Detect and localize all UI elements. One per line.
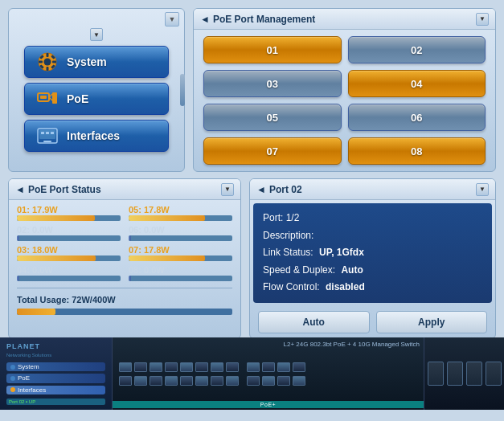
- port-06-status: 06: 0.0W: [129, 225, 232, 243]
- svg-rect-11: [40, 96, 47, 99]
- port-01-label: 01: 17.9W: [17, 205, 121, 215]
- hw-sfp-4: [486, 362, 502, 386]
- hw-port-2: [119, 376, 132, 386]
- hw-ports-area: L2+ 24G 802.3bt PoE + 4 10G Managed Swit…: [113, 356, 424, 392]
- hw-port-row-top: [119, 362, 417, 372]
- poe-status-panel: ◄ PoE Port Status ▼ 01: 17.9W: [8, 178, 241, 339]
- port-01-bar-bg: [17, 215, 121, 221]
- port-04-bar-bg: [17, 276, 121, 281]
- svg-rect-4: [39, 61, 43, 63]
- hw-port-15: [226, 362, 239, 372]
- poe-status-header: ◄ PoE Port Status ▼: [9, 179, 240, 200]
- hw-system-dot: [10, 365, 15, 370]
- port-06-bar-bg: [129, 235, 232, 241]
- port-detail-dropdown[interactable]: ▼: [476, 183, 489, 196]
- port-btn-05[interactable]: 05: [203, 104, 342, 131]
- port-05-status: 05: 17.8W: [129, 205, 232, 223]
- port-01-bar: [17, 215, 95, 221]
- flow-value: disabled: [326, 281, 365, 292]
- port-detail-arrow[interactable]: ◄: [256, 184, 266, 195]
- port-btn-04[interactable]: 04: [348, 70, 486, 97]
- port-08-bar: [129, 276, 131, 281]
- hw-port-21: [277, 362, 290, 372]
- port-link-status: Link Status: UP, 1Gfdx: [263, 244, 482, 262]
- port-grid: 01 02 03 04 05 06 07 08: [194, 30, 495, 171]
- svg-point-1: [44, 59, 51, 66]
- hw-port-13: [211, 362, 223, 372]
- hw-port-8: [165, 376, 178, 386]
- poe-mgmt-title: ◄ PoE Port Management: [200, 14, 315, 25]
- total-bar-fill: [17, 309, 55, 315]
- poe-management-panel: ◄ PoE Port Management ▼ 01 02 03 04 05 0…: [193, 8, 496, 172]
- poe-icon: [36, 88, 59, 110]
- gear-icon: [36, 51, 59, 73]
- apply-button[interactable]: Apply: [376, 311, 488, 333]
- auto-button[interactable]: Auto: [258, 311, 370, 333]
- hw-port-7: [165, 362, 178, 372]
- hw-port-3: [134, 362, 147, 372]
- poe-menu-btn[interactable]: PoE: [24, 83, 169, 115]
- svg-rect-18: [41, 132, 44, 134]
- port-04-bar: [17, 276, 19, 281]
- port-02-status: 02: 0.0W: [17, 225, 121, 243]
- port-05-label: 05: 17.8W: [129, 205, 232, 215]
- hw-interfaces-dot: [10, 387, 15, 392]
- main-area: ▼ System: [0, 0, 504, 337]
- hw-port-23: [293, 362, 305, 372]
- port-02-bar-bg: [17, 235, 121, 241]
- interfaces-menu-btn[interactable]: Interfaces: [24, 120, 169, 152]
- poe-label: PoE: [67, 92, 88, 105]
- hw-right-area: [424, 337, 504, 410]
- port-number: Port: 1/2: [263, 210, 482, 227]
- total-usage-label: Total Usage: 72W/400W: [17, 295, 116, 305]
- port-06-label: 06: 0.0W: [129, 225, 232, 235]
- hardware-bar: PLANET Networking Solutions System PoE I…: [0, 337, 504, 410]
- hw-port-19: [262, 362, 275, 372]
- menu-dropdown[interactable]: ▼: [90, 28, 103, 41]
- hw-label-strip: PoE+: [113, 401, 424, 408]
- poe-status-arrow[interactable]: ◄: [15, 184, 25, 195]
- hw-logo: PLANET: [6, 342, 105, 350]
- port-btn-01[interactable]: 01: [203, 36, 342, 63]
- hw-port-10: [180, 376, 193, 386]
- port-07-status: 07: 17.8W: [129, 245, 232, 263]
- port-detail-header: ◄ Port 02 ▼: [250, 179, 495, 200]
- top-row: ▼ System: [8, 8, 496, 172]
- port-btn-02[interactable]: 02: [348, 36, 486, 63]
- hw-menu-poe[interactable]: PoE: [6, 374, 105, 382]
- hw-model-label: L2+ 24G 802.3bt PoE + 4 10G Managed Swit…: [284, 341, 420, 348]
- hw-port-4: [134, 376, 147, 386]
- total-bar-bg: [17, 309, 232, 315]
- hw-system-label: System: [18, 363, 39, 370]
- hw-port-row-bottom: [119, 376, 417, 386]
- hw-port-17: [247, 362, 260, 372]
- port-03-bar-bg: [17, 255, 121, 261]
- port-btn-08[interactable]: 08: [348, 137, 486, 165]
- poe-status-dropdown[interactable]: ▼: [221, 183, 234, 196]
- port-03-status: 03: 18.0W: [17, 245, 121, 263]
- svg-rect-2: [47, 53, 49, 57]
- hw-poe-label: PoE: [18, 374, 30, 382]
- hw-menu-system[interactable]: System: [6, 362, 105, 371]
- poe-status-title: ◄ PoE Port Status: [15, 184, 101, 195]
- port-buttons: Auto Apply: [250, 306, 495, 338]
- port-07-bar-bg: [129, 255, 232, 261]
- bottom-row: ◄ PoE Port Status ▼ 01: 17.9W: [8, 178, 496, 339]
- port-06-bar: [129, 235, 131, 241]
- hw-port-12: [195, 376, 208, 386]
- total-usage-section: Total Usage: 72W/400W: [17, 288, 232, 315]
- interface-icon: [36, 125, 59, 147]
- svg-rect-16: [39, 130, 55, 139]
- hw-port-16: [226, 376, 239, 386]
- hw-menu-interfaces[interactable]: Interfaces: [6, 386, 105, 394]
- hw-status-text: Port 02 ▪ UP: [9, 399, 103, 404]
- port-05-bar-bg: [129, 215, 232, 221]
- hw-port-9: [180, 362, 193, 372]
- system-menu-btn[interactable]: System: [24, 46, 169, 78]
- port-btn-03[interactable]: 03: [203, 70, 342, 97]
- port-btn-07[interactable]: 07: [203, 137, 342, 165]
- poe-mgmt-dropdown[interactable]: ▼: [476, 13, 489, 26]
- poe-mgmt-arrow[interactable]: ◄: [200, 14, 210, 25]
- hw-interfaces-label: Interfaces: [18, 386, 46, 394]
- port-btn-06[interactable]: 06: [348, 104, 486, 131]
